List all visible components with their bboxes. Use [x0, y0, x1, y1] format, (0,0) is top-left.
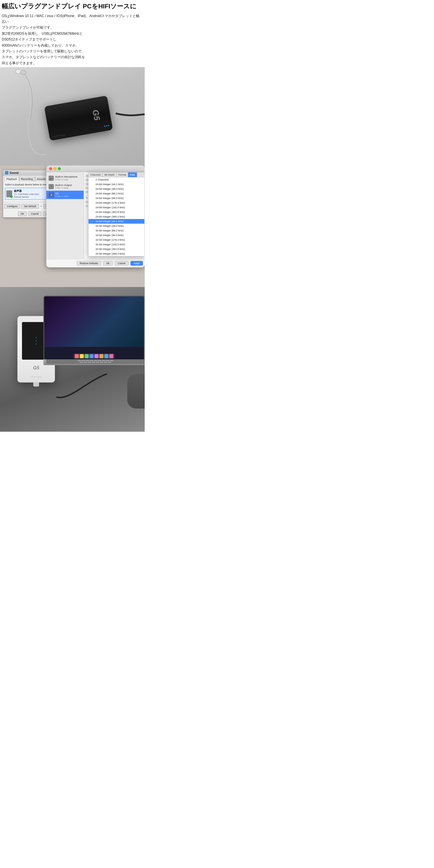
rate-checkmark-9: ✓ — [91, 220, 94, 223]
rate-label-10: 32-bit Integer (48.0 kHz) — [95, 224, 124, 227]
mac-bottom-buttons: Restore Defaults OK Cancel Apply — [46, 259, 145, 267]
device-white-connector — [33, 382, 39, 386]
mac-maximize-btn[interactable] — [58, 167, 61, 170]
dock-icon-3 — [85, 354, 89, 358]
light-3 — [108, 125, 110, 126]
screen-dot-2 — [36, 341, 37, 341]
mac-restore-btn[interactable]: Restore Defaults — [77, 261, 101, 266]
screen-dot-3 — [36, 344, 37, 345]
laptop-base — [43, 359, 145, 365]
win-tab-playback[interactable]: Playback — [4, 177, 19, 181]
set-default-button[interactable]: Set Default — [22, 204, 39, 209]
rate-label-4: 24-bit Integer (96.0 kHz) — [95, 197, 124, 199]
rate-label-12: 32-bit Integer (96.0 kHz) — [95, 234, 124, 237]
rate-item-2[interactable]: 24-bit Integer (48.0 kHz) — [89, 187, 144, 191]
device-white-logo: G5 — [33, 365, 39, 371]
rate-item-14[interactable]: 32-bit Integer (192.0 kHz) — [89, 242, 144, 247]
laptop — [43, 296, 145, 377]
rate-label-7: 24-bit Integer (352.8 kHz) — [95, 211, 125, 214]
key-11 — [84, 362, 87, 363]
rate-label-13: 32-bit Integer (176.4 kHz) — [95, 239, 125, 241]
device-lights — [104, 125, 109, 127]
key-5 — [94, 360, 97, 361]
rate-item-9-selected[interactable]: ✓ 32-bit Integer (44.1 kHz) — [89, 219, 144, 224]
dock-icon-1 — [75, 354, 79, 358]
rate-item-5[interactable]: 24-bit Integer (176.4 kHz) — [89, 200, 144, 205]
mac-builtin-mic-sub: 2 ins / 0 outs — [55, 178, 78, 181]
rate-item-15[interactable]: 32-bit Integer (352.8 kHz) — [89, 247, 144, 251]
rate-item-6[interactable]: 24-bit Integer (192.0 kHz) — [89, 205, 144, 210]
win-tab-recording[interactable]: Recording — [19, 177, 35, 181]
win-tab-sounds[interactable]: Sounds — [35, 177, 48, 181]
rate-item-13[interactable]: 32-bit Integer (176.4 kHz) — [89, 238, 144, 242]
laptop-screen — [43, 296, 145, 359]
keyboard-row-2 — [47, 362, 144, 363]
rate-tab-bar[interactable]: Channels Bit Depth Format Rate — [89, 173, 144, 177]
rate-item-16[interactable]: 32-bit Integer (384.0 kHz) — [89, 251, 144, 256]
key-10 — [80, 362, 83, 363]
rate-label-14: 32-bit Integer (192.0 kHz) — [95, 243, 125, 246]
mac-minimize-btn[interactable] — [54, 167, 56, 170]
mac-device-g5[interactable]: ⚡ G5 0 ins / 2 outs — [46, 191, 84, 199]
key-9 — [110, 360, 114, 361]
light-1 — [104, 126, 105, 127]
key-15 — [100, 362, 103, 363]
page-title: 幅広いプラグアンドプレイ PCをHIFIソースに — [2, 2, 143, 11]
screen-dot-1 — [36, 337, 37, 338]
description-text: G5はWindows 10 11 / MAC / inux / IOS(iPho… — [2, 13, 143, 66]
device-white-screen-dots — [36, 337, 37, 345]
g5-device-black: G5 TOPPING — [44, 95, 113, 141]
rate-item-8[interactable]: 24-bit Integer (384.0 kHz) — [89, 214, 144, 219]
rate-item-1[interactable]: 24-bit Integer (44.1 kHz) — [89, 182, 144, 187]
mac-audio-dialog: 🎤 Built-in Microphone 2 ins / 0 outs 🔉 B… — [46, 165, 145, 267]
rate-label-0: 2 Channels — [95, 178, 109, 181]
key-14 — [96, 362, 99, 363]
win-sound-icon: 🔊 — [5, 171, 8, 175]
rate-tab-rate[interactable]: Rate — [128, 173, 137, 177]
device-brand: TOPPING — [52, 134, 66, 138]
key-12 — [88, 362, 91, 363]
key-2 — [82, 360, 85, 361]
mac-device-built-in-output[interactable]: 🔉 Built-in Output 0 ins / 2 outs — [46, 182, 84, 191]
rate-label-3: 24-bit Integer (88.2 kHz) — [95, 192, 124, 195]
speaker-icon: 🔉 — [7, 192, 11, 195]
mac-close-btn[interactable] — [49, 167, 52, 170]
win-check-icon: ✓ — [10, 195, 13, 198]
mac-builtin-output-name: Built-in Output — [55, 184, 72, 187]
mac-output-icon: 🔉 — [49, 184, 54, 189]
dock-icon-5 — [95, 354, 99, 358]
rate-tab-channels[interactable]: Channels — [89, 173, 103, 177]
key-17 — [108, 362, 112, 363]
mac-g5-icon: ⚡ — [49, 192, 54, 197]
mac-builtin-mic-name: Built-in Microphone — [55, 175, 78, 178]
rate-item-7[interactable]: 24-bit Integer (352.8 kHz) — [89, 210, 144, 214]
rate-tab-bitdepth[interactable]: Bit Depth — [103, 173, 117, 177]
mac-main-area: G5 Clock S Source Format Channel Vo — [84, 172, 145, 259]
rate-item-11[interactable]: 32-bit Integer (88.2 kHz) — [89, 228, 144, 233]
mac-body: 🎤 Built-in Microphone 2 ins / 0 outs 🔉 B… — [46, 172, 145, 259]
laptop-photo-section: G5 TOPPING — [0, 287, 145, 432]
key-16 — [104, 362, 107, 363]
laptop-dock — [74, 353, 115, 359]
win-cancel-button[interactable]: Cancel — [28, 212, 41, 216]
mac-apply-btn[interactable]: Apply — [130, 261, 143, 266]
configure-button[interactable]: Configure — [4, 204, 20, 209]
mac-cancel-btn[interactable]: Cancel — [115, 261, 128, 266]
rate-tab-format[interactable]: Format — [117, 173, 128, 177]
mac-device-built-in-mic[interactable]: 🎤 Built-in Microphone 2 ins / 0 outs — [46, 174, 84, 182]
key-13 — [92, 362, 95, 363]
dock-icon-6 — [99, 354, 103, 358]
mac-ok-btn[interactable]: OK — [103, 261, 113, 266]
rate-label-8: 24-bit Integer (384.0 kHz) — [95, 215, 125, 218]
rate-label-15: 32-bit Integer (352.8 kHz) — [95, 248, 125, 251]
rate-item-12[interactable]: 32-bit Integer (96.0 kHz) — [89, 233, 144, 238]
mac-g5-name: G5 — [55, 192, 68, 195]
rate-item-10[interactable]: 32-bit Integer (48.0 kHz) — [89, 224, 144, 228]
key-3 — [86, 360, 89, 361]
keyboard-row-1 — [47, 360, 144, 361]
rate-item-4[interactable]: 24-bit Integer (96.0 kHz) — [89, 196, 144, 200]
rate-item-3[interactable]: 24-bit Integer (88.2 kHz) — [89, 191, 144, 196]
rate-label-9: 32-bit Integer (44.1 kHz) — [95, 220, 124, 223]
headphone-edge — [127, 374, 145, 408]
win-ok-button[interactable]: OK — [18, 212, 27, 216]
